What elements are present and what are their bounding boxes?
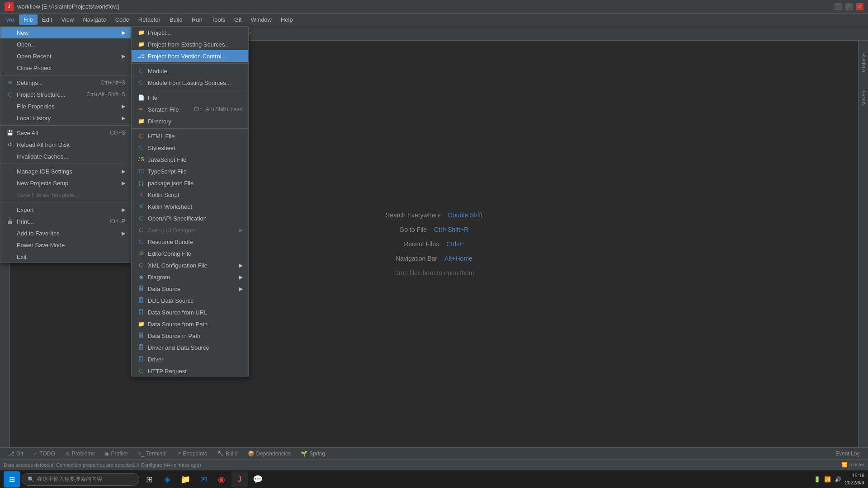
start-button[interactable]: ⊞ bbox=[4, 471, 20, 488]
file-menu-power-save[interactable]: Power Save Mode bbox=[0, 239, 131, 251]
file-menu-open-recent[interactable]: Open Recent ▶ bbox=[0, 50, 131, 62]
new-project[interactable]: 📁 Project... bbox=[132, 27, 248, 38]
file-menu-close-project[interactable]: Close Project bbox=[0, 62, 131, 74]
new-kotlin-script[interactable]: K Kotlin Script bbox=[132, 189, 248, 201]
driver-ds-icon: 🗄 bbox=[137, 343, 145, 352]
directory-icon: 📁 bbox=[137, 117, 145, 125]
tab-profiler[interactable]: ◉ Profiler bbox=[100, 450, 132, 458]
menu-wo[interactable]: wo bbox=[2, 14, 19, 25]
new-driver-ds[interactable]: 🗄 Driver and Data Source bbox=[132, 342, 248, 353]
new-stylesheet[interactable]: ⬡ Stylesheet bbox=[132, 142, 248, 154]
tab-build[interactable]: 🔨 Build bbox=[212, 450, 242, 458]
menu-git[interactable]: Git bbox=[230, 14, 246, 25]
file-menu-new[interactable]: New ▶ bbox=[0, 27, 131, 38]
maximize-button[interactable]: □ bbox=[845, 3, 853, 10]
menu-tools[interactable]: Tools bbox=[207, 14, 230, 25]
datasource-icon: 🗄 bbox=[137, 285, 145, 293]
file-menu-dropdown: New ▶ Open... Open Recent ▶ Close Projec… bbox=[0, 26, 131, 263]
new-project-vcs[interactable]: ⎇ Project from Version Control... bbox=[132, 50, 248, 62]
file-menu-file-properties[interactable]: File Properties ▶ bbox=[0, 100, 131, 112]
ts-icon: TS bbox=[137, 167, 145, 175]
editorconfig-icon: ⚙ bbox=[137, 249, 145, 258]
taskbar-explorer[interactable]: 📁 bbox=[177, 471, 193, 488]
new-resource-bundle[interactable]: ⬡ Resource Bundle bbox=[132, 236, 248, 248]
taskbar-apps-button[interactable]: ⊞ bbox=[141, 471, 157, 488]
taskbar-chrome[interactable]: ◉ bbox=[213, 471, 230, 488]
project-structure-icon: ⬡ bbox=[6, 90, 14, 99]
new-ds-url[interactable]: 🗄 Data Source from URL bbox=[132, 306, 248, 318]
menu-help[interactable]: Help bbox=[276, 14, 297, 25]
file-menu-new-projects-setup[interactable]: New Projects Setup ▶ bbox=[0, 177, 131, 189]
menu-code[interactable]: Code bbox=[111, 14, 134, 25]
menu-window[interactable]: Window bbox=[246, 14, 276, 25]
new-project-existing[interactable]: 📁 Project from Existing Sources... bbox=[132, 38, 248, 50]
new-module-existing[interactable]: ⬡ Module from Existing Sources... bbox=[132, 77, 248, 89]
taskbar-idea[interactable]: J bbox=[231, 471, 248, 488]
menu-edit[interactable]: Edit bbox=[38, 14, 57, 25]
new-ds-path[interactable]: 📁 Data Source from Path bbox=[132, 318, 248, 330]
taskbar-edge[interactable]: ◈ bbox=[159, 471, 175, 488]
vcs-icon: ⎇ bbox=[137, 52, 145, 60]
window-controls[interactable]: — □ ✕ bbox=[835, 3, 863, 10]
sep-4 bbox=[0, 202, 131, 202]
tab-spring[interactable]: 🌱 Spring bbox=[296, 450, 330, 458]
new-directory[interactable]: 📁 Directory bbox=[132, 115, 248, 127]
new-typescript[interactable]: TS TypeScript File bbox=[132, 165, 248, 177]
new-editorconfig[interactable]: ⚙ EditorConfig File bbox=[132, 248, 248, 259]
close-button[interactable]: ✕ bbox=[856, 3, 863, 10]
new-ddl-datasource[interactable]: 🗄 DDL Data Source bbox=[132, 295, 248, 306]
file-menu-project-structure[interactable]: ⬡ Project Structure... Ctrl+Alt+Shift+S bbox=[0, 89, 131, 100]
file-menu-add-favorites[interactable]: Add to Favorites ▶ bbox=[0, 227, 131, 239]
file-menu-exit[interactable]: Exit bbox=[0, 251, 131, 263]
tab-dependencies[interactable]: 📦 Dependencies bbox=[243, 450, 296, 458]
new-data-source[interactable]: 🗄 Data Source ▶ bbox=[132, 283, 248, 295]
file-menu-invalidate[interactable]: Invalidate Caches... bbox=[0, 150, 131, 162]
event-log-tab[interactable]: Event Log bbox=[831, 450, 864, 458]
file-menu-save-all[interactable]: 💾 Save All Ctrl+S bbox=[0, 127, 131, 139]
menu-run[interactable]: Run bbox=[187, 14, 207, 25]
hint-navbar: Navigation Bar Alt+Home bbox=[396, 255, 472, 262]
new-xml-config[interactable]: ⬡ XML Configuration File ▶ bbox=[132, 259, 248, 271]
tab-git[interactable]: ⎇ Git bbox=[4, 450, 28, 458]
new-javascript[interactable]: JS JavaScript File bbox=[132, 154, 248, 165]
new-scratch[interactable]: ✏ Scratch File Ctrl+Alt+Shift+Insert bbox=[132, 103, 248, 115]
new-http-request[interactable]: ⬡ HTTP Request bbox=[132, 365, 248, 377]
new-packagejson[interactable]: { } package.json File bbox=[132, 177, 248, 189]
project-folder-icon: 📁 bbox=[137, 28, 145, 37]
taskbar-search[interactable]: 🔍 在这里输入你要搜索的内容 bbox=[22, 473, 139, 486]
open-icon bbox=[6, 40, 14, 48]
tab-endpoints[interactable]: ↗ Endpoints bbox=[172, 450, 212, 458]
taskbar-mail[interactable]: ✉ bbox=[195, 471, 212, 488]
tab-problems[interactable]: ⚠ Problems bbox=[61, 450, 99, 458]
vtab-maven[interactable]: Maven bbox=[858, 87, 868, 109]
new-driver[interactable]: 🗄 Driver bbox=[132, 353, 248, 365]
diagram-icon: ◈ bbox=[137, 273, 145, 281]
file-menu-manage-ide[interactable]: Manage IDE Settings ▶ bbox=[0, 165, 131, 177]
new-openapi[interactable]: ⬡ OpenAPI Specification bbox=[132, 212, 248, 224]
new-file[interactable]: 📄 File bbox=[132, 92, 248, 103]
file-menu-open[interactable]: Open... bbox=[0, 38, 131, 50]
tab-todo[interactable]: ✓ TODO bbox=[28, 450, 59, 458]
new-submenu: 📁 Project... 📁 Project from Existing Sou… bbox=[131, 26, 249, 377]
new-module[interactable]: ⬡ Module... bbox=[132, 65, 248, 77]
file-menu-local-history[interactable]: Local History ▶ bbox=[0, 112, 131, 124]
file-menu-settings[interactable]: ⚙ Settings... Ctrl+Alt+S bbox=[0, 77, 131, 89]
menu-view[interactable]: View bbox=[57, 14, 78, 25]
new-kotlin-worksheet[interactable]: K Kotlin Worksheet bbox=[132, 201, 248, 212]
file-menu-export[interactable]: Export ▶ bbox=[0, 204, 131, 216]
menu-file[interactable]: File bbox=[19, 14, 38, 25]
kotlin-icon: K bbox=[137, 191, 145, 199]
hint-goto: Go to File Ctrl+Shift+R bbox=[400, 226, 469, 233]
minimize-button[interactable]: — bbox=[835, 3, 842, 10]
file-menu-reload[interactable]: ↺ Reload All from Disk bbox=[0, 139, 131, 150]
menu-build[interactable]: Build bbox=[165, 14, 187, 25]
file-menu-print[interactable]: 🖨 Print... Ctrl+P bbox=[0, 216, 131, 227]
new-ds-in-path[interactable]: 🗄 Data Source in Path bbox=[132, 330, 248, 342]
taskbar-wechat[interactable]: 💬 bbox=[250, 471, 266, 488]
new-diagram[interactable]: ◈ Diagram ▶ bbox=[132, 271, 248, 283]
tab-terminal[interactable]: >_ Terminal bbox=[134, 450, 171, 458]
new-html[interactable]: ⬡ HTML File bbox=[132, 130, 248, 142]
vtab-database[interactable]: Database bbox=[858, 50, 868, 78]
menu-refactor[interactable]: Refactor bbox=[134, 14, 165, 25]
menu-navigate[interactable]: Navigate bbox=[78, 14, 110, 25]
